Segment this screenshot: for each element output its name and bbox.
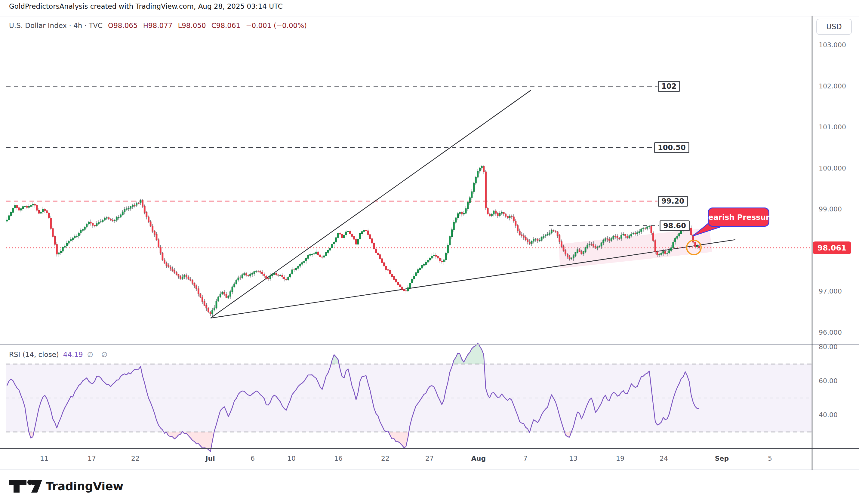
time-tick-24: 24 — [660, 454, 668, 463]
rsi-legend[interactable]: RSI (14, close)44.19∅ ∅ — [9, 351, 110, 358]
time-tick-5: 5 — [768, 454, 772, 463]
rsi-hidden-plots: ∅ ∅ — [87, 351, 110, 358]
trendline-support[interactable] — [211, 240, 735, 318]
ohlc-high: H98.077 — [143, 22, 172, 29]
time-tick-13: 13 — [569, 454, 577, 463]
time-tick-7: 7 — [523, 454, 528, 463]
tradingview-logo-icon — [9, 479, 42, 493]
time-tick-16: 16 — [334, 454, 343, 463]
time-tick-17: 17 — [88, 454, 96, 463]
tradingview-snapshot: GoldPredictorsAnalysis created with Trad… — [0, 0, 859, 504]
price-tick-99.000: 99.000 — [819, 205, 842, 213]
tradingview-brand[interactable]: TradingView — [9, 479, 123, 493]
time-tick-22: 22 — [381, 454, 390, 463]
time-tick-22: 22 — [131, 454, 139, 463]
snapshot-attribution: GoldPredictorsAnalysis created with Trad… — [9, 2, 283, 10]
price-tick-100.000: 100.000 — [819, 165, 846, 172]
time-tick-27: 27 — [425, 454, 434, 463]
time-tick-Jul: Jul — [206, 454, 215, 463]
price-tick-101.000: 101.000 — [819, 123, 846, 131]
symbol-legend[interactable]: U.S. Dollar Index · 4h · TVCO98.065H98.0… — [9, 22, 307, 29]
rsi-title: RSI (14, close) — [9, 351, 59, 358]
time-tick-19: 19 — [616, 454, 624, 463]
level-label-100.50[interactable]: 100.50 — [654, 142, 689, 153]
time-tick-11: 11 — [40, 454, 48, 463]
price-tick-103.000: 103.000 — [819, 41, 846, 49]
symbol-title: U.S. Dollar Index · 4h · TVC — [9, 22, 103, 29]
currency-badge: USD — [816, 19, 852, 35]
trendline-resistance[interactable] — [211, 90, 531, 318]
level-label-102[interactable]: 102 — [658, 81, 680, 92]
rsi-tick-80.00: 80.00 — [819, 343, 838, 351]
ohlc-open: O98.065 — [108, 22, 138, 29]
level-label-98.60[interactable]: 98.60 — [660, 220, 690, 231]
tradingview-logo-text: TradingView — [46, 480, 123, 493]
price-tick-96.000: 96.000 — [819, 329, 842, 336]
time-tick-6: 6 — [251, 454, 255, 463]
rsi-value: 44.19 — [63, 351, 83, 358]
price-tick-97.000: 97.000 — [819, 288, 842, 295]
ohlc-close: C98.061 — [211, 22, 241, 29]
chart-canvas[interactable] — [0, 0, 859, 504]
level-label-99.20[interactable]: 99.20 — [658, 196, 688, 207]
price-tick-102.000: 102.000 — [819, 82, 846, 90]
change-value: −0.001 (−0.00%) — [246, 22, 307, 29]
last-price-tag: 98.061 — [813, 242, 851, 254]
time-tick-Sep: Sep — [715, 454, 729, 463]
time-tick-Aug: Aug — [471, 454, 486, 463]
rsi-tick-40.00: 40.00 — [819, 411, 838, 419]
time-tick-10: 10 — [287, 454, 296, 463]
bearish-pressure-callout[interactable]: Bearish Pressure — [708, 208, 769, 227]
rsi-tick-60.00: 60.00 — [819, 377, 838, 385]
ohlc-low: L98.050 — [178, 22, 206, 29]
